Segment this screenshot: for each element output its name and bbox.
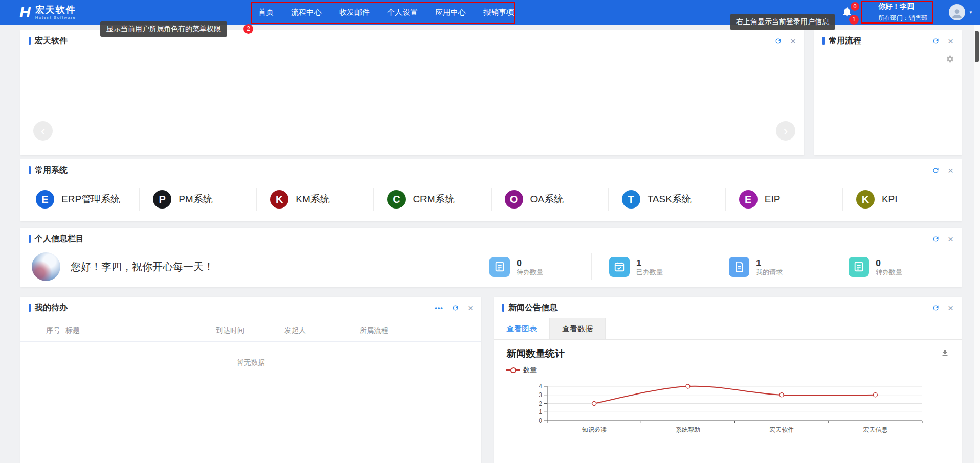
refresh-icon[interactable] (774, 37, 782, 45)
news-tabs: 查看图表 查看数据 (494, 318, 962, 340)
refresh-icon[interactable] (932, 235, 940, 243)
caret-down-icon[interactable]: ▼ (969, 10, 973, 15)
stat-value: 1 (756, 259, 783, 268)
close-icon[interactable]: × (948, 234, 953, 244)
notification-bell-icon[interactable]: 0 (841, 6, 854, 18)
todo-list-icon (489, 257, 510, 277)
refresh-icon[interactable] (452, 304, 459, 312)
navbar-right: 0 你好！李四 所在部门：销售部 ▼ (841, 0, 973, 25)
notification-badge: 0 (851, 2, 859, 11)
panel-title: 常用流程 (829, 36, 861, 47)
refresh-icon[interactable] (932, 167, 940, 174)
system-letter-icon: K (856, 190, 875, 209)
system-letter-icon: P (153, 190, 171, 209)
panel-common-flows: 常用流程 × (814, 30, 962, 155)
nav-item-reimbursement[interactable]: 报销事项 (483, 8, 514, 17)
system-name: ERP管理系统 (61, 193, 120, 206)
chart-title: 新闻数量统计 (506, 347, 565, 360)
logo-h-icon: H (19, 3, 31, 22)
carousel-left-button[interactable]: ‹ (33, 121, 53, 141)
panel-title: 常用系统 (35, 165, 68, 176)
stat-requests[interactable]: 1 我的请求 (711, 253, 831, 280)
system-item-eip[interactable]: E EIP (725, 188, 842, 211)
carousel-right-button[interactable]: › (776, 121, 795, 141)
download-icon[interactable] (941, 349, 949, 359)
stat-value: 1 (636, 259, 663, 268)
refresh-icon[interactable] (932, 304, 940, 312)
stat-transferred[interactable]: 0 转办数量 (831, 253, 950, 280)
system-item-kpi[interactable]: K KPI (842, 188, 960, 211)
nav-item-home[interactable]: 首页 (258, 8, 274, 17)
close-icon[interactable]: × (948, 303, 953, 313)
close-icon[interactable]: × (948, 166, 953, 175)
logo-subtitle: Hotent Software (35, 15, 76, 20)
logo-title: 宏天软件 (35, 5, 76, 15)
tab-view-data[interactable]: 查看数据 (550, 318, 606, 339)
system-item-km[interactable]: K KM系统 (256, 188, 373, 211)
panel-title: 个人信息栏目 (35, 234, 84, 244)
welcome-greeting: 您好！李四，祝你开心每一天！ (71, 260, 214, 274)
panel-title: 宏天软件 (35, 36, 68, 47)
news-chart-block: 新闻数量统计 数量 01234知识必读系统帮助宏天软件宏天信息 (494, 340, 962, 443)
svg-text:0: 0 (539, 417, 542, 424)
scrollbar-thumb[interactable] (975, 31, 979, 62)
system-item-task[interactable]: T TASK系统 (608, 188, 725, 211)
system-letter-icon: K (270, 190, 288, 209)
systems-row: E ERP管理系统 P PM系统 K KM系统 C CRM系统 O OA系统 T… (20, 181, 962, 218)
svg-text:4: 4 (539, 383, 542, 390)
title-accent-bar (502, 304, 504, 312)
tab-view-chart[interactable]: 查看图表 (494, 318, 550, 339)
app-logo[interactable]: H 宏天软件 Hotent Software (19, 3, 76, 22)
system-item-erp[interactable]: E ERP管理系统 (23, 188, 139, 211)
title-accent-bar (29, 304, 31, 312)
system-letter-icon: E (739, 190, 758, 209)
user-photo-avatar[interactable] (32, 252, 60, 281)
svg-text:2: 2 (539, 400, 542, 407)
column-header-initiator: 发起人 (284, 326, 360, 335)
system-item-pm[interactable]: P PM系统 (139, 188, 256, 211)
system-item-oa[interactable]: O OA系统 (491, 188, 608, 211)
more-options-icon[interactable]: ••• (435, 304, 443, 312)
panel-title: 新闻公告信息 (508, 303, 558, 313)
top-navbar: H 宏天软件 Hotent Software 首页 流程中心 收发邮件 个人设置… (0, 0, 980, 25)
panel-hongtian-software: 宏天软件 × ‹ › (20, 30, 804, 155)
gear-icon[interactable] (946, 55, 954, 65)
system-letter-icon: T (622, 190, 640, 209)
close-icon[interactable]: × (790, 36, 796, 46)
system-name: EIP (765, 194, 781, 205)
svg-text:宏天软件: 宏天软件 (769, 426, 794, 433)
svg-text:3: 3 (539, 391, 542, 399)
legend-item-quantity[interactable]: 数量 (506, 365, 537, 375)
nav-item-personal-settings[interactable]: 个人设置 (387, 8, 418, 17)
system-letter-icon: E (36, 190, 54, 209)
stat-label: 待办数量 (517, 269, 543, 275)
nav-item-app-center[interactable]: 应用中心 (435, 8, 466, 17)
column-header-seq: 序号 (46, 326, 65, 335)
column-header-arrival-time: 到达时间 (216, 326, 284, 335)
title-accent-bar (29, 37, 31, 45)
stat-done[interactable]: 1 已办数量 (591, 253, 711, 280)
panel-my-todo: 我的待办 ••• × 序号 标题 到达时间 发起人 所属流程 暂无数据 (20, 297, 481, 463)
svg-text:1: 1 (539, 408, 542, 415)
close-icon[interactable]: × (467, 303, 473, 313)
stat-label: 已办数量 (636, 269, 663, 275)
stat-label: 我的请求 (756, 269, 783, 275)
title-accent-bar (822, 37, 825, 45)
stat-label: 转办数量 (876, 269, 902, 275)
panel-news-announcements: 新闻公告信息 × 查看图表 查看数据 新闻数量统计 数量 01234知识必读系统… (494, 297, 962, 463)
user-info[interactable]: 你好！李四 所在部门：销售部 (878, 1, 927, 23)
stat-pending[interactable]: 0 待办数量 (472, 253, 591, 280)
system-item-crm[interactable]: C CRM系统 (373, 188, 491, 211)
request-doc-icon (729, 257, 749, 277)
user-avatar[interactable] (949, 4, 965, 20)
close-icon[interactable]: × (948, 36, 953, 46)
refresh-icon[interactable] (932, 37, 940, 45)
title-accent-bar (29, 166, 31, 174)
system-name: CRM系统 (413, 193, 454, 206)
legend-line-marker-icon (506, 369, 520, 371)
panel-title: 我的待办 (35, 303, 68, 313)
nav-item-mail[interactable]: 收发邮件 (339, 8, 370, 17)
nav-item-process-center[interactable]: 流程中心 (291, 8, 322, 17)
empty-data-text: 暂无数据 (20, 358, 481, 367)
stat-value: 0 (517, 259, 543, 268)
